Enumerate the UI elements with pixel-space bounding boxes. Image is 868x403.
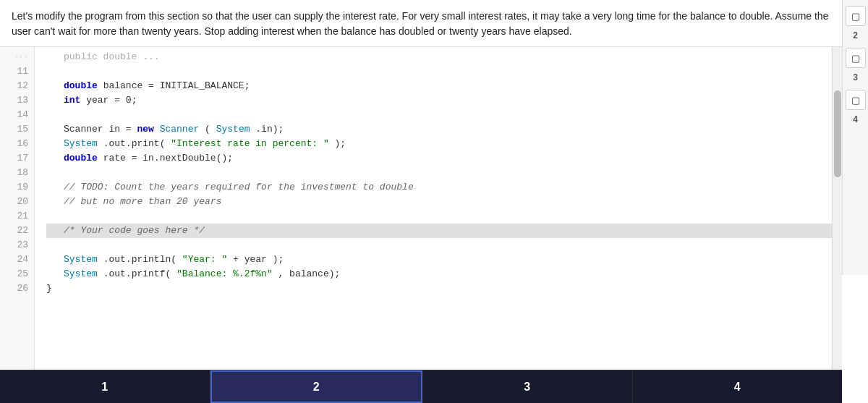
line-num-13: 13 — [17, 93, 28, 108]
code-line-25: System .out.printf( "Balance: %.2f%n" , … — [46, 267, 832, 281]
side-icon-3[interactable]: ▢ — [846, 48, 866, 68]
line-numbers: ··· 11 12 13 14 15 16 17 18 19 20 21 22 … — [0, 47, 35, 370]
line-num-14: 14 — [17, 108, 28, 122]
code-line-17: double rate = in.nextDouble(); — [46, 151, 832, 166]
tab-1[interactable]: 1 — [0, 370, 210, 403]
code-line-11 — [46, 64, 832, 79]
side-icon-2[interactable]: ▢ — [846, 6, 866, 26]
code-editor[interactable]: ··· 11 12 13 14 15 16 17 18 19 20 21 22 … — [0, 47, 842, 370]
tab-3-label: 3 — [524, 381, 530, 394]
icon-box-4: ▢ — [851, 95, 860, 106]
code-line-partial: public double ... — [46, 50, 832, 64]
line-num-16: 16 — [17, 137, 28, 151]
content-area: Let's modify the program from this secti… — [0, 0, 868, 403]
line-num-18: 18 — [17, 166, 28, 180]
code-line-26: } — [46, 281, 832, 296]
code-line-18 — [46, 166, 832, 180]
code-line-23 — [46, 238, 832, 253]
side-icon-4[interactable]: ▢ — [846, 90, 866, 110]
code-line-22: /* Your code goes here */ — [46, 224, 832, 238]
line-num-partial: ··· — [14, 50, 28, 64]
icon-box-2: ▢ — [851, 11, 860, 22]
bottom-tabs: 1 2 3 4 — [0, 370, 842, 403]
line-num-24: 24 — [17, 253, 28, 267]
line-num-15: 15 — [17, 122, 28, 137]
side-number-3: 3 — [853, 72, 858, 82]
line-num-25: 25 — [17, 267, 28, 281]
code-line-16: System .out.print( "Interest rate in per… — [46, 137, 832, 151]
tab-4-label: 4 — [734, 381, 741, 394]
scrollbar[interactable] — [832, 47, 842, 370]
code-line-20: // but no more than 20 years — [46, 195, 832, 209]
line-num-21: 21 — [17, 209, 28, 224]
tab-3[interactable]: 3 — [422, 370, 633, 403]
code-line-14 — [46, 108, 832, 122]
line-num-26: 26 — [17, 281, 28, 296]
line-num-23: 23 — [17, 238, 28, 253]
line-num-19: 19 — [17, 180, 28, 195]
code-content[interactable]: public double ... double balance = INITI… — [35, 47, 832, 370]
line-num-11: 11 — [17, 64, 28, 79]
code-line-15: Scanner in = new Scanner ( System .in); — [46, 122, 832, 137]
line-num-17: 17 — [17, 151, 28, 166]
icon-box-3: ▢ — [851, 53, 860, 64]
code-line-12: double balance = INITIAL_BALANCE; — [46, 79, 832, 93]
code-line-19: // TODO: Count the years required for th… — [46, 180, 832, 195]
description-content: Let's modify the program from this secti… — [12, 10, 828, 37]
tab-2-label: 2 — [313, 381, 320, 394]
line-num-12: 12 — [17, 79, 28, 93]
code-line-21 — [46, 209, 832, 224]
line-num-22: 22 — [17, 224, 28, 238]
code-area: ··· 11 12 13 14 15 16 17 18 19 20 21 22 … — [0, 47, 842, 370]
tab-1-label: 1 — [101, 381, 108, 394]
side-number-4: 4 — [853, 114, 858, 124]
scrollbar-thumb[interactable] — [834, 90, 841, 177]
main-container: ▢ 2 ▢ 3 ▢ 4 Let's modify the program fro… — [0, 0, 868, 403]
tab-2[interactable]: 2 — [210, 370, 423, 403]
right-panel: ▢ 2 ▢ 3 ▢ 4 — [842, 0, 868, 275]
code-line-13: int year = 0; — [46, 93, 832, 108]
tab-4[interactable]: 4 — [633, 370, 843, 403]
side-number-2: 2 — [853, 30, 858, 41]
line-num-20: 20 — [17, 195, 28, 209]
code-line-24: System .out.println( "Year: " + year ); — [46, 253, 832, 267]
description-text: Let's modify the program from this secti… — [0, 0, 842, 47]
